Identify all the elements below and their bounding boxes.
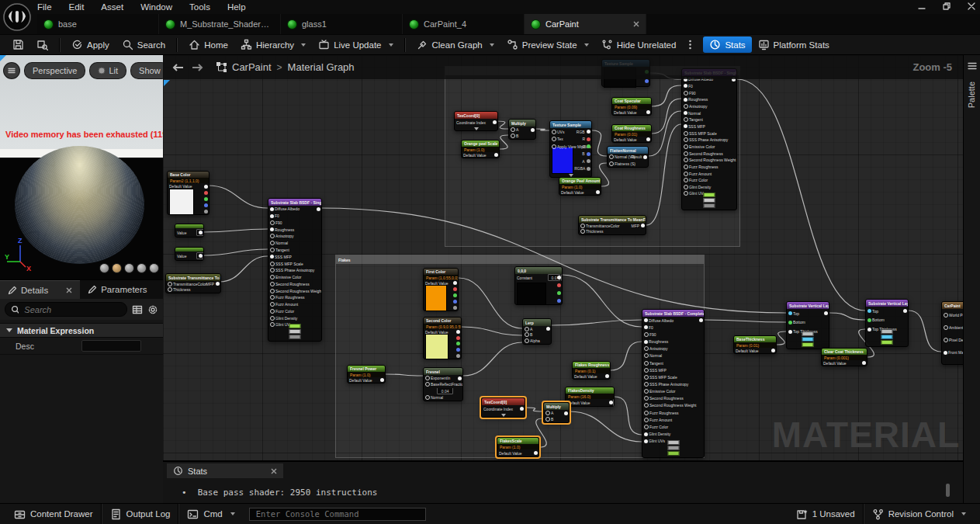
pin[interactable] xyxy=(453,281,457,285)
pin[interactable] xyxy=(545,411,550,415)
home-button[interactable]: Home xyxy=(182,36,234,53)
pin[interactable] xyxy=(684,165,688,169)
menu-asset[interactable]: Asset xyxy=(101,2,123,12)
pin[interactable] xyxy=(270,268,275,272)
graph-node-texture-sample-1[interactable]: Texture SampleUVsRGBTexRApply View MipBi… xyxy=(549,120,592,178)
menu-tools[interactable]: Tools xyxy=(189,2,210,12)
pin[interactable] xyxy=(425,395,430,400)
menu-window[interactable]: Window xyxy=(140,2,172,12)
shape-custom-mesh-button[interactable] xyxy=(149,263,159,273)
pin[interactable] xyxy=(587,137,590,141)
pin[interactable] xyxy=(684,185,688,189)
minimize-icon[interactable] xyxy=(918,2,926,10)
pin[interactable] xyxy=(824,311,828,315)
pin[interactable] xyxy=(204,197,208,201)
apply-button[interactable]: Apply xyxy=(65,36,116,53)
pin[interactable] xyxy=(684,158,688,162)
shape-sphere-button[interactable] xyxy=(112,263,122,273)
graph-node-clear-coat-thickness[interactable]: Clear Coat ThicknessParam (0.001)Default… xyxy=(821,348,867,366)
pin[interactable] xyxy=(425,376,430,380)
pin[interactable] xyxy=(456,330,460,334)
material-expression-section-header[interactable]: Material Expression xyxy=(0,323,163,338)
pin[interactable] xyxy=(531,128,535,132)
pin[interactable] xyxy=(684,111,687,115)
graph-node-transmittance-1[interactable]: Substrate Transmittance To MeanFreePathT… xyxy=(165,273,221,293)
pin[interactable] xyxy=(493,120,497,124)
pin[interactable] xyxy=(699,318,703,322)
pin[interactable] xyxy=(684,151,688,156)
expand-caret-icon[interactable] xyxy=(474,127,479,130)
pin[interactable] xyxy=(867,318,871,322)
pin[interactable] xyxy=(587,130,590,134)
pin[interactable] xyxy=(204,191,208,195)
tab-details[interactable]: Details xyxy=(0,280,80,299)
graph-node-fresnel-power[interactable]: Fresnel PowerParam (1.0)Default Value1.0 xyxy=(347,365,386,383)
stats-button[interactable]: Stats xyxy=(703,36,751,53)
pin[interactable] xyxy=(168,282,172,286)
graph-node-substrate-slab-complete[interactable]: Substrate Slab BSDF - CompleteSpecialDif… xyxy=(642,309,705,458)
pin[interactable] xyxy=(270,241,275,245)
graph-node-flatten-normal[interactable]: FlattenNormalNormal (V3)ResultFlatness (… xyxy=(607,146,649,168)
pin[interactable] xyxy=(453,287,457,291)
pin[interactable] xyxy=(684,172,688,176)
pin[interactable] xyxy=(520,407,524,411)
pin[interactable] xyxy=(644,382,649,387)
preview-viewport[interactable]: Perspective Lit Show Clear Video memory … xyxy=(0,55,163,279)
pin[interactable] xyxy=(456,336,460,340)
tab-m-substrate-shaderbal[interactable]: M_Substrate_ShaderBal... xyxy=(159,14,281,34)
pin[interactable] xyxy=(270,295,275,300)
menu-help[interactable]: Help xyxy=(227,2,246,12)
graph-node-lerp[interactable]: LerpABAlpha xyxy=(522,318,552,345)
breadcrumb-root[interactable]: CarPaint xyxy=(232,61,272,73)
pin[interactable] xyxy=(453,293,457,297)
stats-panel-tab[interactable]: Stats xyxy=(167,463,283,478)
close-icon[interactable] xyxy=(968,2,975,10)
pin[interactable] xyxy=(564,411,568,415)
pin[interactable] xyxy=(862,361,866,365)
pin[interactable] xyxy=(216,282,220,286)
perspective-dropdown[interactable]: Perspective xyxy=(24,62,85,79)
pin[interactable] xyxy=(644,403,649,408)
pin[interactable] xyxy=(867,328,871,331)
pin[interactable] xyxy=(644,432,648,436)
graph-node-texcoord-2[interactable]: TexCoord[0]Coordinate Index0 xyxy=(481,397,525,418)
pin[interactable] xyxy=(456,354,460,358)
pin[interactable] xyxy=(270,227,274,231)
pin[interactable] xyxy=(580,229,585,234)
pin[interactable] xyxy=(641,224,645,227)
lit-dropdown[interactable]: Lit xyxy=(89,62,126,79)
desc-input[interactable] xyxy=(81,340,141,352)
pin[interactable] xyxy=(453,300,457,304)
pin[interactable] xyxy=(453,306,457,310)
pin[interactable] xyxy=(204,210,208,213)
unsaved-indicator[interactable]: 1 Unsaved xyxy=(788,504,863,524)
output-log-button[interactable]: Output Log xyxy=(102,504,178,524)
pin[interactable] xyxy=(270,289,275,293)
pin[interactable] xyxy=(270,262,275,266)
pin[interactable] xyxy=(270,302,275,307)
pin[interactable] xyxy=(587,152,590,156)
pin[interactable] xyxy=(644,353,649,358)
pin[interactable] xyxy=(684,124,687,128)
pin[interactable] xyxy=(643,155,647,159)
tab-glass1[interactable]: glass1 xyxy=(281,14,403,34)
tab-base[interactable]: base xyxy=(37,14,159,34)
platform-stats-button[interactable]: Platform Stats xyxy=(752,36,836,53)
pin[interactable] xyxy=(317,207,320,211)
pin[interactable] xyxy=(270,316,275,321)
pin[interactable] xyxy=(270,309,275,314)
gear-icon[interactable] xyxy=(147,304,158,315)
content-drawer-button[interactable]: Content Drawer xyxy=(6,504,101,524)
shape-plane-button[interactable] xyxy=(137,263,147,273)
pin[interactable] xyxy=(684,144,688,149)
pin[interactable] xyxy=(545,417,550,422)
graph-node-vertical-layer-2[interactable]: Substrate Vertical LayerTopBottomTop Thi… xyxy=(865,299,909,347)
pin[interactable] xyxy=(684,84,687,88)
graph-node-multiply-1[interactable]: MultiplyAB xyxy=(508,119,536,140)
pin[interactable] xyxy=(644,439,648,443)
graph-node-second-color[interactable]: Second ColorParam (0.9,0.95,0.55,0)Defau… xyxy=(423,317,462,359)
display-filter-icon[interactable] xyxy=(132,304,143,315)
pin[interactable] xyxy=(609,401,613,404)
graph-node-base-thickness[interactable]: BaseThicknessParam (0.01)Default Value0.… xyxy=(733,335,777,354)
graph-node-vertical-layer-1[interactable]: Substrate Vertical LayerTopBottomTop Thi… xyxy=(786,301,829,349)
